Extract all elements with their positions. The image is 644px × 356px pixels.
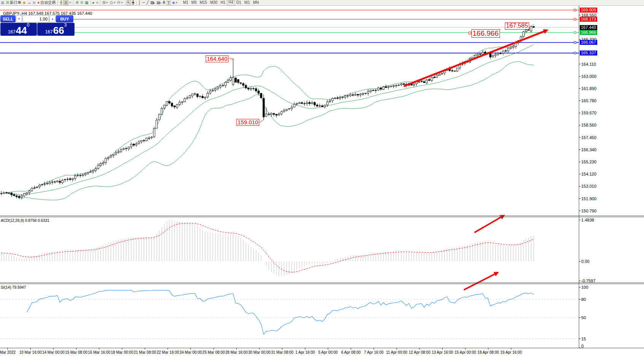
- candle-body: [403, 84, 405, 84]
- chart-canvas[interactable]: [0, 0, 644, 356]
- timeframe-button-w1[interactable]: W1: [243, 0, 252, 5]
- equidistant-channel-button[interactable]: ▨E: [149, 0, 155, 5]
- tile-windows-icon[interactable]: ▦: [84, 0, 89, 5]
- cursor-button[interactable]: ↖: [127, 0, 131, 5]
- candle-body: [344, 96, 346, 97]
- templates-button[interactable]: ✉▼: [116, 0, 124, 5]
- candle-body: [342, 97, 344, 97]
- candle-body: [431, 78, 433, 81]
- zoom-out-icon[interactable]: ⊖: [79, 0, 84, 5]
- line-handle[interactable]: [574, 32, 576, 33]
- cloud-profile-icon[interactable]: ☁: [27, 0, 32, 5]
- timeframe-button-m5[interactable]: M5: [190, 0, 198, 5]
- volume-down-button[interactable]: ▼: [16, 15, 22, 22]
- candlestick-chart-icon[interactable]: ▥: [63, 0, 68, 5]
- time-axis-label: 25 Mar 08:00: [202, 350, 225, 354]
- trend-arrow-main[interactable]: [404, 30, 547, 86]
- candle-body: [500, 53, 501, 54]
- candle-body: [26, 193, 28, 194]
- candle-body: [347, 96, 349, 96]
- line-chart-icon[interactable]: ≈: [68, 0, 72, 5]
- main-toolbar: ▦⊞新订单◆☁◉●自动交易╫▥≈⊕⊖▦▸»⊞▼◷▼✉▼↖╋│─╱▨E▤FAT◆▼…: [0, 0, 644, 6]
- handle-166-966[interactable]: [469, 32, 471, 34]
- trend-arrow-macd[interactable]: [474, 216, 503, 233]
- timeframe-button-d1[interactable]: D1: [235, 0, 243, 5]
- candle-body: [329, 101, 331, 101]
- candle-body: [156, 120, 158, 128]
- chart-shift-icon[interactable]: ▸: [92, 0, 95, 5]
- rsi-axis-label: 15: [581, 337, 586, 341]
- vertical-line-button[interactable]: │: [138, 0, 141, 5]
- autotrade-button[interactable]: ●自动交易: [36, 0, 56, 5]
- line-handle[interactable]: [574, 9, 576, 11]
- candle-body: [186, 98, 188, 99]
- line-handle[interactable]: [574, 18, 576, 20]
- timeframe-button-h4[interactable]: H4: [227, 0, 235, 5]
- candle-body: [388, 87, 390, 87]
- candle-body: [75, 176, 76, 178]
- candle-body: [54, 182, 56, 182]
- label-button[interactable]: T: [166, 0, 171, 5]
- pointer-159-010: [260, 120, 263, 122]
- line-handle[interactable]: [574, 52, 576, 54]
- candle-body: [495, 55, 496, 56]
- auto-scroll-icon[interactable]: »: [95, 0, 99, 5]
- trendline-button[interactable]: ╱: [146, 0, 149, 5]
- periods-button[interactable]: ◷▼: [109, 0, 117, 5]
- arrows-button[interactable]: ◆▼: [171, 0, 179, 5]
- timeframe-button-m1[interactable]: M1: [181, 0, 190, 5]
- annotation-167-585[interactable]: 167.585: [505, 22, 529, 30]
- candle-body: [184, 99, 186, 102]
- annotation-166-966[interactable]: 166.966: [471, 29, 500, 38]
- macd-indicator-label: ACD(12,26,9) 0.8756 0.6331: [1, 218, 49, 223]
- ask-prefix: 167: [45, 29, 53, 35]
- signal-icon[interactable]: ◉: [32, 0, 37, 5]
- candle-body: [153, 128, 155, 137]
- annotation-159-010[interactable]: 159.010: [236, 119, 259, 126]
- candle-body: [207, 93, 209, 97]
- auto-scroll-icon-glyph: »: [96, 0, 98, 5]
- candle-body: [189, 96, 191, 98]
- zoom-in-icon[interactable]: ⊕: [75, 0, 79, 5]
- time-axis-label: 28 Mar 16:00: [225, 350, 248, 354]
- timeframe-button-m30[interactable]: M30: [209, 0, 219, 5]
- candle-body: [174, 106, 176, 107]
- timeframe-button-m15[interactable]: M15: [198, 0, 208, 5]
- volume-input[interactable]: [22, 15, 49, 22]
- candle-body: [258, 91, 260, 93]
- timeframe-button-h1[interactable]: H1: [219, 0, 227, 5]
- sell-button[interactable]: SELL: [0, 15, 16, 22]
- candle-body: [265, 114, 267, 117]
- candle-body: [296, 103, 298, 104]
- horizontal-line-button[interactable]: ─: [141, 0, 146, 5]
- periods-glyph: ◷: [110, 0, 113, 5]
- candle-body: [0, 193, 2, 194]
- candle-body: [141, 141, 143, 142]
- indicators-button[interactable]: ⊞▼: [102, 0, 109, 5]
- timeframe-button-mn[interactable]: MN: [252, 0, 261, 5]
- candle-body: [268, 114, 270, 114]
- trend-arrow-rsi[interactable]: [464, 273, 497, 290]
- annotation-164-640[interactable]: 164.640: [206, 55, 228, 62]
- chart-window-icon[interactable]: ▦: [0, 0, 5, 5]
- price-tick-label: 163.000: [581, 74, 596, 79]
- ask-price-tile[interactable]: 167663: [37, 23, 75, 36]
- bar-chart-icon[interactable]: ╫: [59, 0, 63, 5]
- buy-button[interactable]: BUY: [56, 15, 73, 22]
- new-order-button[interactable]: ⊞新订单: [5, 0, 22, 5]
- candle-body: [263, 98, 265, 117]
- text-button[interactable]: A: [162, 0, 166, 5]
- fibonacci-button[interactable]: ▤F: [156, 0, 162, 5]
- candle-body: [219, 85, 221, 87]
- time-axis-label: 18 Apr 08:00: [477, 350, 499, 354]
- bid-price-tile[interactable]: 167440: [0, 23, 37, 36]
- market-watch-icon[interactable]: ◆: [22, 0, 27, 5]
- volume-up-button[interactable]: ▲: [49, 15, 56, 22]
- candle-body: [281, 112, 282, 114]
- crosshair-button[interactable]: ╋: [131, 0, 135, 5]
- candle-body: [314, 102, 316, 105]
- candle-body: [194, 94, 196, 94]
- candle-body: [108, 157, 109, 158]
- price-tick-label: 160.780: [581, 98, 596, 103]
- line-handle[interactable]: [574, 41, 576, 43]
